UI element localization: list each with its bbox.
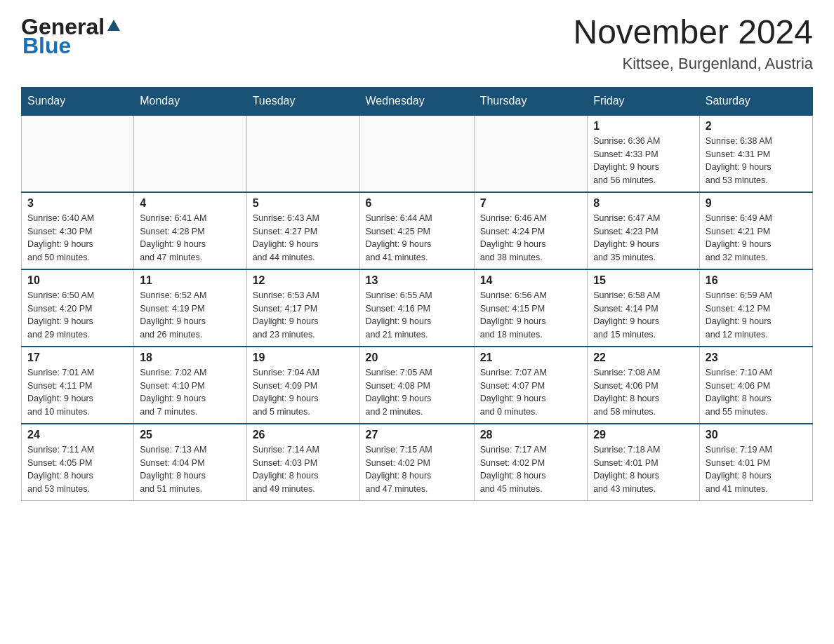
day-info: Sunrise: 7:07 AM Sunset: 4:07 PM Dayligh… [480,366,581,419]
day-number: 19 [253,351,354,364]
weekday-saturday: Saturday [699,87,812,115]
calendar-cell: 5Sunrise: 6:43 AM Sunset: 4:27 PM Daylig… [246,192,359,269]
day-info: Sunrise: 6:56 AM Sunset: 4:15 PM Dayligh… [480,289,581,342]
day-number: 5 [253,197,354,210]
day-info: Sunrise: 6:43 AM Sunset: 4:27 PM Dayligh… [253,212,354,264]
day-number: 20 [366,351,468,364]
day-number: 25 [140,429,240,441]
day-number: 12 [253,274,354,287]
day-number: 18 [140,351,240,364]
calendar-cell [359,115,474,192]
day-number: 21 [480,351,581,364]
day-number: 14 [480,274,581,287]
calendar-cell [246,115,359,192]
day-number: 4 [140,197,240,210]
calendar-cell: 9Sunrise: 6:49 AM Sunset: 4:21 PM Daylig… [699,192,812,269]
day-info: Sunrise: 7:04 AM Sunset: 4:09 PM Dayligh… [253,366,354,419]
day-info: Sunrise: 7:11 AM Sunset: 4:05 PM Dayligh… [27,443,128,496]
month-title: November 2024 [573,14,813,51]
day-number: 1 [593,120,694,133]
calendar-cell: 14Sunrise: 6:56 AM Sunset: 4:15 PM Dayli… [474,269,587,347]
weekday-tuesday: Tuesday [246,87,359,115]
day-number: 6 [366,197,468,210]
calendar-cell: 28Sunrise: 7:17 AM Sunset: 4:02 PM Dayli… [474,424,587,501]
day-info: Sunrise: 6:59 AM Sunset: 4:12 PM Dayligh… [706,289,807,342]
title-section: November 2024 Kittsee, Burgenland, Austr… [573,14,813,73]
weekday-sunday: Sunday [22,87,134,115]
day-number: 3 [27,197,128,210]
day-info: Sunrise: 7:18 AM Sunset: 4:01 PM Dayligh… [593,443,694,496]
week-row-1: 1Sunrise: 6:36 AM Sunset: 4:33 PM Daylig… [22,115,813,192]
calendar-cell [474,115,587,192]
day-info: Sunrise: 7:10 AM Sunset: 4:06 PM Dayligh… [706,366,807,419]
day-number: 23 [706,351,807,364]
page-header: General Blue November 2024 Kittsee, Burg… [21,14,813,73]
day-info: Sunrise: 7:19 AM Sunset: 4:01 PM Dayligh… [706,443,807,496]
day-info: Sunrise: 6:44 AM Sunset: 4:25 PM Dayligh… [366,212,468,264]
calendar-cell [22,115,134,192]
day-info: Sunrise: 6:52 AM Sunset: 4:19 PM Dayligh… [140,289,240,342]
day-info: Sunrise: 6:47 AM Sunset: 4:23 PM Dayligh… [593,212,694,264]
calendar-cell: 25Sunrise: 7:13 AM Sunset: 4:04 PM Dayli… [134,424,246,501]
logo-blue-text: Blue [22,33,71,59]
day-number: 10 [27,274,128,287]
calendar-cell: 2Sunrise: 6:38 AM Sunset: 4:31 PM Daylig… [699,115,812,192]
day-info: Sunrise: 6:38 AM Sunset: 4:31 PM Dayligh… [706,135,807,187]
calendar-cell: 19Sunrise: 7:04 AM Sunset: 4:09 PM Dayli… [246,347,359,424]
day-info: Sunrise: 6:41 AM Sunset: 4:28 PM Dayligh… [140,212,240,264]
weekday-header-row: SundayMondayTuesdayWednesdayThursdayFrid… [22,87,813,115]
calendar-cell: 1Sunrise: 6:36 AM Sunset: 4:33 PM Daylig… [588,115,700,192]
day-info: Sunrise: 6:53 AM Sunset: 4:17 PM Dayligh… [253,289,354,342]
calendar-cell: 10Sunrise: 6:50 AM Sunset: 4:20 PM Dayli… [22,269,134,347]
day-info: Sunrise: 6:55 AM Sunset: 4:16 PM Dayligh… [366,289,468,342]
week-row-4: 17Sunrise: 7:01 AM Sunset: 4:11 PM Dayli… [22,347,813,424]
logo-triangle-icon [107,20,120,31]
day-number: 26 [253,429,354,441]
day-info: Sunrise: 6:46 AM Sunset: 4:24 PM Dayligh… [480,212,581,264]
day-number: 8 [593,197,694,210]
day-info: Sunrise: 6:40 AM Sunset: 4:30 PM Dayligh… [27,212,128,264]
day-number: 9 [706,197,807,210]
calendar-cell: 8Sunrise: 6:47 AM Sunset: 4:23 PM Daylig… [588,192,700,269]
week-row-2: 3Sunrise: 6:40 AM Sunset: 4:30 PM Daylig… [22,192,813,269]
day-number: 24 [27,429,128,441]
calendar-cell: 18Sunrise: 7:02 AM Sunset: 4:10 PM Dayli… [134,347,246,424]
day-info: Sunrise: 6:58 AM Sunset: 4:14 PM Dayligh… [593,289,694,342]
day-info: Sunrise: 6:49 AM Sunset: 4:21 PM Dayligh… [706,212,807,264]
calendar-cell: 6Sunrise: 6:44 AM Sunset: 4:25 PM Daylig… [359,192,474,269]
day-number: 30 [706,429,807,441]
calendar-cell: 13Sunrise: 6:55 AM Sunset: 4:16 PM Dayli… [359,269,474,347]
calendar-cell: 30Sunrise: 7:19 AM Sunset: 4:01 PM Dayli… [699,424,812,501]
calendar-cell: 3Sunrise: 6:40 AM Sunset: 4:30 PM Daylig… [22,192,134,269]
calendar-cell: 15Sunrise: 6:58 AM Sunset: 4:14 PM Dayli… [588,269,700,347]
day-number: 7 [480,197,581,210]
calendar-cell: 7Sunrise: 6:46 AM Sunset: 4:24 PM Daylig… [474,192,587,269]
day-info: Sunrise: 7:01 AM Sunset: 4:11 PM Dayligh… [27,366,128,419]
day-number: 28 [480,429,581,441]
calendar-table: SundayMondayTuesdayWednesdayThursdayFrid… [21,87,813,501]
calendar-cell: 21Sunrise: 7:07 AM Sunset: 4:07 PM Dayli… [474,347,587,424]
day-number: 27 [366,429,468,441]
weekday-friday: Friday [588,87,700,115]
calendar-cell: 24Sunrise: 7:11 AM Sunset: 4:05 PM Dayli… [22,424,134,501]
day-info: Sunrise: 7:02 AM Sunset: 4:10 PM Dayligh… [140,366,240,419]
day-number: 22 [593,351,694,364]
day-number: 29 [593,429,694,441]
weekday-monday: Monday [134,87,246,115]
day-info: Sunrise: 7:13 AM Sunset: 4:04 PM Dayligh… [140,443,240,496]
day-info: Sunrise: 7:08 AM Sunset: 4:06 PM Dayligh… [593,366,694,419]
calendar-cell: 26Sunrise: 7:14 AM Sunset: 4:03 PM Dayli… [246,424,359,501]
weekday-wednesday: Wednesday [359,87,474,115]
calendar-cell: 29Sunrise: 7:18 AM Sunset: 4:01 PM Dayli… [588,424,700,501]
day-info: Sunrise: 7:05 AM Sunset: 4:08 PM Dayligh… [366,366,468,419]
day-info: Sunrise: 6:36 AM Sunset: 4:33 PM Dayligh… [593,135,694,187]
calendar-cell: 20Sunrise: 7:05 AM Sunset: 4:08 PM Dayli… [359,347,474,424]
day-info: Sunrise: 7:17 AM Sunset: 4:02 PM Dayligh… [480,443,581,496]
day-number: 15 [593,274,694,287]
calendar-cell [134,115,246,192]
logo: General Blue [21,14,120,59]
calendar-cell: 27Sunrise: 7:15 AM Sunset: 4:02 PM Dayli… [359,424,474,501]
day-info: Sunrise: 6:50 AM Sunset: 4:20 PM Dayligh… [27,289,128,342]
day-number: 16 [706,274,807,287]
day-number: 11 [140,274,240,287]
